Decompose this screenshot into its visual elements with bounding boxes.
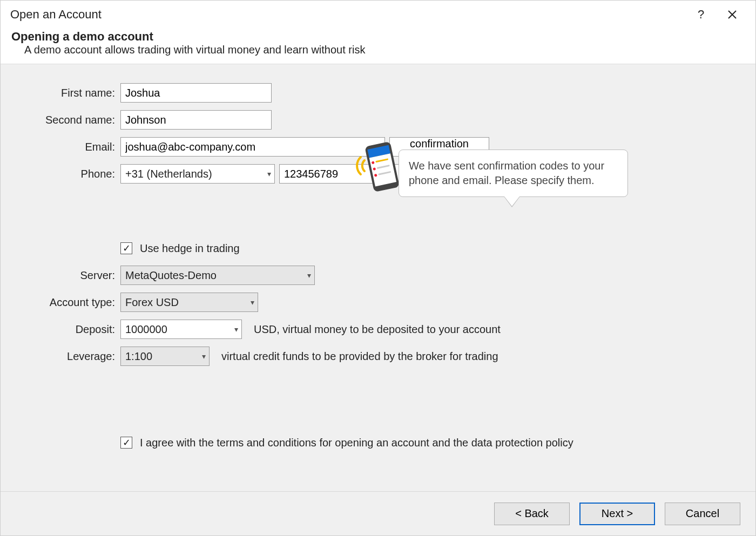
second-name-input[interactable] [120,110,272,130]
leverage-hint: virtual credit funds to be provided by t… [221,350,498,363]
chevron-down-icon: ▾ [234,325,238,334]
chevron-down-icon: ▾ [202,352,206,361]
account-type-select[interactable]: Forex USD ▾ [120,293,258,312]
leverage-value: 1:100 [125,350,152,363]
confirmation-tooltip: We have sent confirmation codes to your … [399,150,628,197]
dialog-body: First name: Second name: Email: confirma… [1,64,755,491]
header-subtitle: A demo account allows trading with virtu… [11,44,745,56]
agree-checkbox[interactable]: ✓ [120,437,132,449]
cancel-button[interactable]: Cancel [665,503,740,525]
deposit-label: Deposit: [1,323,120,336]
confirmation-tooltip-text: We have sent confirmation codes to your … [409,160,604,186]
email-label: Email: [1,141,120,153]
hedge-label: Use hedge in trading [140,242,240,255]
first-name-input[interactable] [120,83,272,103]
phone-country-value: +31 (Netherlands) [125,168,212,180]
leverage-select[interactable]: 1:100 ▾ [120,347,210,366]
chevron-down-icon: ▾ [307,271,311,280]
deposit-combo[interactable]: 1000000 ▾ [120,320,242,339]
agree-label: I agree with the terms and conditions fo… [140,437,573,449]
first-name-label: First name: [1,87,120,99]
dialog-footer: < Back Next > Cancel [1,491,755,535]
account-type-value: Forex USD [125,296,179,309]
open-account-dialog: Open an Account ? Opening a demo account… [0,0,756,536]
titlebar: Open an Account ? [1,1,755,25]
leverage-label: Leverage: [1,350,120,363]
server-value: MetaQuotes-Demo [125,269,217,282]
close-button[interactable] [717,5,748,24]
close-icon [727,10,737,19]
next-button[interactable]: Next > [579,503,655,525]
deposit-value: 1000000 [125,323,167,336]
help-button[interactable]: ? [685,5,717,24]
phone-illustration [355,141,399,195]
second-name-label: Second name: [1,114,120,126]
chevron-down-icon: ▾ [251,298,254,307]
server-select[interactable]: MetaQuotes-Demo ▾ [120,266,315,285]
server-label: Server: [1,269,120,282]
header-title: Opening a demo account [11,30,745,44]
phone-country-select[interactable]: +31 (Netherlands) ▾ [120,164,275,184]
account-type-label: Account type: [1,296,120,309]
account-form: First name: Second name: Email: confirma… [1,79,755,456]
chevron-down-icon: ▾ [267,169,271,178]
email-input[interactable] [120,137,385,157]
deposit-hint: USD, virtual money to be deposited to yo… [254,323,501,336]
dialog-header: Opening a demo account A demo account al… [1,25,755,64]
back-button[interactable]: < Back [494,503,570,525]
phone-label: Phone: [1,168,120,180]
hedge-checkbox[interactable]: ✓ [120,242,132,254]
window-title: Open an Account [10,8,685,22]
